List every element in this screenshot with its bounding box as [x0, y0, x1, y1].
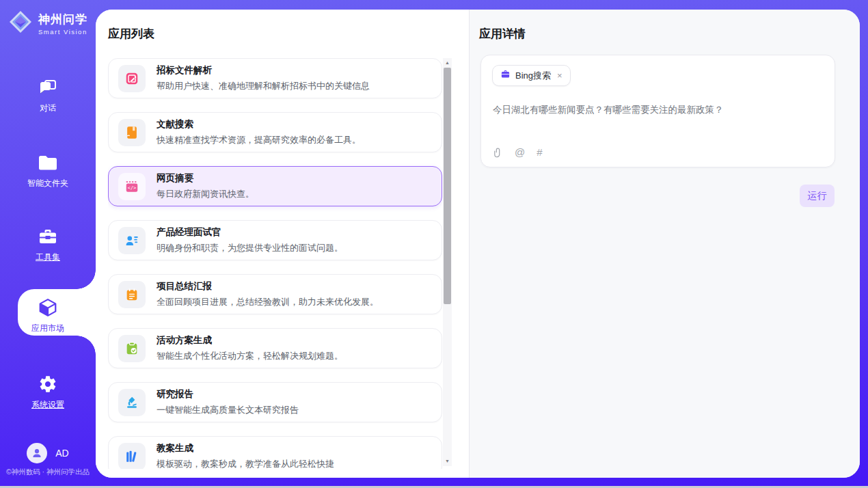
sidebar: 神州问学 Smart Vision 对话智能文件夹工具集应用市场系统设置 AD …: [0, 0, 96, 488]
query-card[interactable]: Bing搜索 × 今日湖北有哪些新闻要点？有哪些需要关注的最新政策？ @ #: [480, 55, 835, 167]
attach-toolbar: @ #: [493, 146, 543, 158]
app-list-item[interactable]: </>网页摘要每日政府新闻资讯快查。: [108, 166, 442, 206]
app-name: 研究报告: [157, 388, 299, 401]
app-desc: 每日政府新闻资讯快查。: [157, 188, 254, 200]
app-desc: 一键智能生成高质量长文本研究报告: [157, 404, 299, 416]
tool-tag[interactable]: Bing搜索 ×: [492, 65, 571, 86]
paperclip-icon[interactable]: [493, 147, 503, 158]
microscope-icon: [118, 389, 146, 416]
user-row[interactable]: AD: [0, 443, 96, 463]
copyright-text: ©神州数码 · 神州问学出品: [0, 467, 96, 477]
notepad-icon: [118, 281, 146, 308]
sidebar-item-label: 工具集: [36, 252, 60, 263]
app-name: 教案生成: [157, 442, 334, 455]
app-list: 招标文件解析帮助用户快速、准确地理解和解析招标书中的关键信息文献搜索快速精准查找…: [108, 58, 442, 469]
toolbox-icon: [38, 226, 58, 247]
browser-code-icon: </>: [118, 173, 146, 200]
app-list-title: 应用列表: [108, 26, 154, 42]
app-list-item[interactable]: 研究报告一键智能生成高质量长文本研究报告: [108, 382, 442, 422]
scroll-up-icon[interactable]: ▲: [443, 59, 452, 66]
briefcase-icon: [500, 69, 511, 82]
scrollbar[interactable]: ▲ ▼: [443, 58, 452, 466]
clipboard-check-icon: [118, 335, 146, 362]
app-name: 活动方案生成: [157, 334, 343, 347]
brand-name: 神州问学: [38, 12, 87, 27]
app-detail-title: 应用详情: [479, 26, 526, 42]
app-desc: 智能生成个性化活动方案，轻松解决规划难题。: [157, 350, 343, 362]
sidebar-item-chat[interactable]: 对话: [0, 74, 96, 118]
sidebar-item-folder[interactable]: 智能文件夹: [0, 149, 96, 193]
scroll-down-icon[interactable]: ▼: [443, 458, 452, 465]
gear-icon: [38, 374, 58, 394]
person-icon: [31, 448, 42, 459]
books-icon: [118, 443, 146, 470]
app-detail-panel: 应用详情 Bing搜索 × 今日湖北有哪些新闻要点？有哪些需要关注的最新政策？: [469, 10, 860, 478]
sidebar-item-label: 对话: [40, 103, 56, 114]
interviewer-icon: [118, 227, 146, 254]
avatar[interactable]: [27, 443, 47, 463]
hashtag-icon[interactable]: #: [537, 146, 542, 158]
brand-subtitle: Smart Vision: [38, 28, 87, 36]
svg-text:</>: </>: [128, 185, 136, 191]
scrollbar-thumb[interactable]: [444, 68, 451, 304]
sidebar-item-label: 系统设置: [31, 399, 64, 411]
app-list-item[interactable]: 产品经理面试官明确身份和职责，为您提供专业性的面试问题。: [108, 220, 442, 260]
mention-icon[interactable]: @: [515, 146, 525, 158]
sidebar-item-toolbox[interactable]: 工具集: [0, 223, 96, 267]
app-desc: 明确身份和职责，为您提供专业性的面试问题。: [157, 242, 343, 254]
app-name: 文献搜索: [157, 118, 361, 131]
run-button[interactable]: 运行: [800, 185, 835, 207]
app-list-item[interactable]: 项目总结汇报全面回顾项目进展，总结经验教训，助力未来优化发展。: [108, 274, 442, 314]
app-desc: 快速精准查找学术资源，提高研究效率的必备工具。: [157, 134, 361, 146]
query-text[interactable]: 今日湖北有哪些新闻要点？有哪些需要关注的最新政策？: [493, 103, 824, 117]
app-name: 招标文件解析: [157, 64, 370, 77]
user-initials: AD: [55, 448, 68, 459]
tag-close-icon[interactable]: ×: [557, 70, 562, 81]
chat-icon: [38, 77, 58, 98]
app-window: 神州问学 Smart Vision 对话智能文件夹工具集应用市场系统设置 AD …: [0, 0, 868, 488]
app-desc: 帮助用户快速、准确地理解和解析招标书中的关键信息: [157, 80, 370, 92]
sidebar-item-gear[interactable]: 系统设置: [0, 370, 96, 414]
sidebar-item-label: 应用市场: [31, 323, 64, 334]
sidebar-item-cube[interactable]: 应用市场: [0, 294, 96, 338]
app-list-item[interactable]: 活动方案生成智能生成个性化活动方案，轻松解决规划难题。: [108, 328, 442, 368]
edit-doc-icon: [118, 65, 146, 92]
diamond-logo-icon: [8, 10, 33, 37]
app-list-item[interactable]: 招标文件解析帮助用户快速、准确地理解和解析招标书中的关键信息: [108, 58, 442, 98]
app-list-item[interactable]: 教案生成模板驱动，教案秒成，教学准备从此轻松快捷: [108, 436, 442, 469]
book-icon: [118, 119, 146, 146]
app-name: 网页摘要: [157, 172, 254, 185]
cube-icon: [38, 297, 58, 318]
main-panel: 应用列表 招标文件解析帮助用户快速、准确地理解和解析招标书中的关键信息文献搜索快…: [96, 10, 860, 478]
app-name: 项目总结汇报: [157, 280, 379, 293]
app-desc: 模板驱动，教案秒成，教学准备从此轻松快捷: [157, 458, 334, 469]
app-list-item[interactable]: 文献搜索快速精准查找学术资源，提高研究效率的必备工具。: [108, 112, 442, 152]
tool-tag-label: Bing搜索: [515, 70, 551, 82]
brand-logo: 神州问学 Smart Vision: [0, 10, 96, 37]
app-desc: 全面回顾项目进展，总结经验教训，助力未来优化发展。: [157, 296, 379, 308]
folder-icon: [38, 152, 58, 173]
app-name: 产品经理面试官: [157, 226, 343, 239]
app-list-panel: 应用列表 招标文件解析帮助用户快速、准确地理解和解析招标书中的关键信息文献搜索快…: [96, 10, 469, 478]
sidebar-item-label: 智能文件夹: [27, 178, 68, 189]
